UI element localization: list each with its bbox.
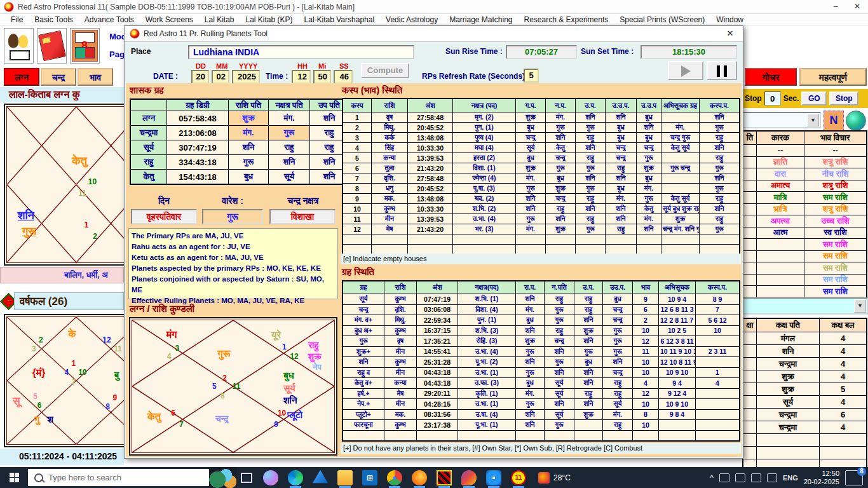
chart-label: शुक्र <box>308 351 322 362</box>
table-cell: 7 <box>696 304 740 315</box>
table-cell: उ.षा. (4) <box>458 409 516 420</box>
menu-item[interactable]: Lal Kitab <box>199 15 240 24</box>
menu-item[interactable]: Lal Kitab (KP) <box>240 15 299 24</box>
phone-link-icon[interactable] <box>719 473 729 482</box>
tab-lagna[interactable]: लग्न <box>4 68 39 86</box>
paint-app-icon[interactable] <box>461 467 477 488</box>
table-cell: मंग. <box>637 214 661 224</box>
table-cell: शनि <box>516 204 546 214</box>
dd-input[interactable]: 20 <box>191 70 209 84</box>
taskbar-search[interactable]: Type here to search <box>28 469 209 486</box>
hh-input[interactable]: 12 <box>292 70 311 84</box>
yyyy-input[interactable]: 2025 <box>232 70 260 84</box>
table-cell <box>820 434 867 447</box>
n-tool-icon[interactable]: N <box>824 111 844 131</box>
edge-icon[interactable] <box>287 467 304 488</box>
red-astro-11-icon[interactable]: 11 <box>510 467 527 488</box>
table-header-row: कस्पराशिअंशनक्षत्र (पद)ग.प.न.प.उ.प.उ.उ.प… <box>342 98 740 112</box>
weather-status[interactable]: 28°C <box>538 472 571 484</box>
table-cell: भर. (3) <box>453 224 516 234</box>
table-cell: चन्द्र <box>516 133 546 143</box>
go-button[interactable]: GO <box>801 92 827 105</box>
stop-button[interactable]: Stop <box>829 92 858 105</box>
onedrive-icon[interactable] <box>312 467 329 488</box>
language-indicator[interactable]: ENG <box>783 474 798 482</box>
table-cell: पू.भा. (2) <box>458 357 516 368</box>
volume-icon[interactable] <box>751 473 761 482</box>
menu-item[interactable]: File <box>5 15 29 24</box>
table-cell: मीन <box>384 367 417 378</box>
network-icon[interactable] <box>735 473 745 482</box>
keyboard-icon[interactable] <box>767 473 777 482</box>
chevron-down-icon[interactable]: ▼ <box>807 114 819 126</box>
globe-icon[interactable] <box>846 111 866 131</box>
rps-input[interactable]: 5 <box>524 69 539 83</box>
notification-center-icon[interactable]: 8 <box>845 470 863 485</box>
people-tool-icon[interactable] <box>4 28 34 64</box>
table-cell <box>342 234 372 245</box>
photos-app-icon[interactable] <box>485 467 502 488</box>
temperature: 28°C <box>553 473 571 482</box>
lal-kitab-app-icon[interactable] <box>436 467 452 488</box>
table-cell: विशा. (1) <box>453 163 516 173</box>
place-input[interactable]: Ludhiana INDIA <box>188 45 414 59</box>
chrome-icon[interactable]: ● <box>386 467 403 488</box>
mm-input[interactable]: 02 <box>212 70 229 84</box>
chart-label: प्लूटो <box>287 410 302 421</box>
column-header: रा.प. <box>516 281 545 294</box>
tab-chandra[interactable]: चन्द्र <box>41 68 76 86</box>
menu-item[interactable]: Lal-Kitab Varshaphal <box>299 15 381 24</box>
start-button[interactable] <box>0 467 28 488</box>
menu-item[interactable]: Special Prints (WScreen) <box>614 15 710 24</box>
table-cell: स्व राशि <box>804 227 867 239</box>
task-view-button[interactable] <box>237 467 256 488</box>
chart-label: 5 <box>33 391 37 400</box>
table-cell: हस्ता (2) <box>453 153 516 163</box>
bottom-dropdown[interactable]: ▼ <box>742 297 868 315</box>
firefox-icon[interactable] <box>411 467 428 488</box>
system-tray: ^ ENG 12:50 20-02-2025 8 <box>710 470 868 486</box>
menu-item[interactable]: Advance Tools <box>79 15 140 24</box>
dialog-close-icon[interactable]: ✕ <box>722 27 738 40</box>
menu-item[interactable]: Vedic Astrology <box>380 15 444 24</box>
pause-button[interactable] <box>707 61 737 80</box>
minimize-button[interactable]: – <box>825 0 846 13</box>
varshphal-nav-icon[interactable] <box>1 294 15 309</box>
table-cell <box>606 234 637 245</box>
tray-expand-icon[interactable]: ^ <box>710 473 714 482</box>
grah-note: [+] Do not have any planets in their sta… <box>341 443 741 454</box>
gochar-button[interactable]: गोचर <box>745 68 797 86</box>
dialog-titlebar: Red Astro 11 Pr. Rulling Planets Tool <box>125 26 743 42</box>
ms-store-icon[interactable]: ⊞ <box>362 467 378 488</box>
file-explorer-icon[interactable] <box>337 467 353 488</box>
table-cell: केतु सूर्य <box>661 194 700 204</box>
taskbar-clock[interactable]: 12:50 20-02-2025 <box>804 470 839 486</box>
play-button[interactable] <box>668 61 703 80</box>
calendar-tool-icon[interactable]: 8 <box>70 28 100 64</box>
tab-bhava[interactable]: भाव <box>78 68 113 86</box>
chart-label: केतु <box>72 154 87 168</box>
menu-item[interactable]: Research & Experiments <box>519 15 614 24</box>
table-cell: 6 <box>820 409 867 421</box>
menu-item[interactable]: Marriage Matching <box>444 15 518 24</box>
mi-input[interactable]: 50 <box>313 70 331 84</box>
seconds-input[interactable] <box>764 92 781 105</box>
table-cell <box>743 332 757 345</box>
weather-widget-image[interactable] <box>209 467 237 488</box>
chevron-down-icon[interactable]: ▼ <box>854 299 866 313</box>
menu-item[interactable]: Work Screens <box>140 15 199 24</box>
mahatvapurna-button[interactable]: महत्वपूर्ण <box>799 68 867 86</box>
menu-item[interactable]: Window <box>710 15 749 24</box>
ss-input[interactable]: 46 <box>334 70 353 84</box>
copilot-icon[interactable] <box>262 467 279 488</box>
book-tool-icon[interactable] <box>37 28 67 64</box>
close-button[interactable]: ✕ <box>846 0 868 13</box>
table-cell <box>659 430 696 441</box>
planet-dropdown[interactable]: ▼ <box>742 112 821 128</box>
column-header: अंश <box>408 98 453 112</box>
table-cell: शनि <box>603 357 633 368</box>
column-header: उ.प. <box>574 281 603 294</box>
compute-button[interactable]: Compute <box>361 63 409 78</box>
table-cell: 10 9 10 <box>659 399 696 410</box>
menu-item[interactable]: Basic Tools <box>29 15 78 24</box>
